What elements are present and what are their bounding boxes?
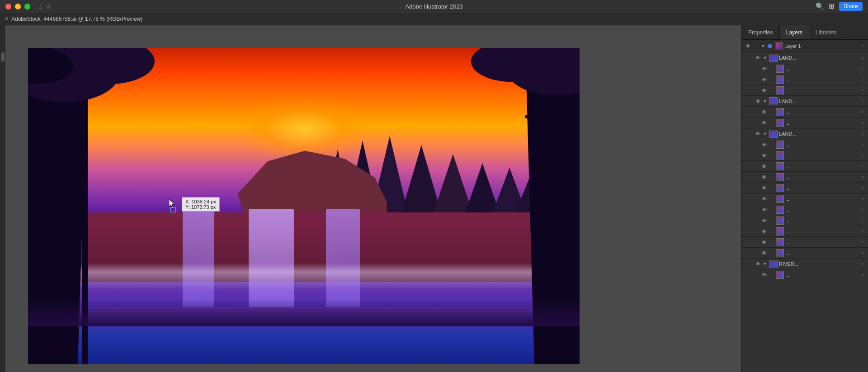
minimize-button[interactable] — [15, 4, 21, 9]
layer-lock-icon[interactable]: ○ — [859, 239, 866, 246]
layer-eye-icon[interactable]: 👁 — [754, 54, 762, 62]
home-icon[interactable]: ⌂ — [38, 3, 42, 10]
layer-eye-icon[interactable]: 👁 — [760, 75, 768, 84]
layer-name-text: ... — [785, 207, 859, 212]
layer-lock-icon[interactable]: ○ — [859, 54, 866, 61]
titlebar: ⌂ ☆ Adobe Illustrator 2023 🔍 ⊞ Share — [0, 0, 868, 13]
layer-lock-icon[interactable]: ○ — [859, 108, 866, 116]
layer-eye-icon[interactable]: 👁 — [760, 217, 768, 225]
layer-item-1[interactable]: 👁▼LAND...○ — [742, 52, 868, 63]
layer1-lock-icon[interactable]: ○ — [859, 42, 866, 50]
layer-item-21[interactable]: 👁...○ — [742, 269, 868, 280]
vscroll-thumb[interactable] — [1, 52, 5, 61]
layer-name-text: ... — [785, 142, 859, 147]
layer-eye-icon[interactable]: 👁 — [760, 271, 768, 279]
layer1-thumbnail — [775, 42, 783, 50]
layer-lock-icon[interactable]: ○ — [859, 228, 866, 235]
layer-item-18[interactable]: 👁...○ — [742, 237, 868, 248]
layer-item-10[interactable]: 👁...○ — [742, 150, 868, 161]
layer-expand-icon[interactable]: ▼ — [762, 261, 768, 267]
layer-item-14[interactable]: 👁...○ — [742, 193, 868, 204]
layer-item-4[interactable]: 👁...○ — [742, 85, 868, 96]
layer-item-3[interactable]: 👁...○ — [742, 74, 868, 85]
layer-lock-icon[interactable]: ○ — [859, 98, 866, 105]
layer-eye-icon[interactable]: 👁 — [754, 130, 762, 138]
layer-item-17[interactable]: 👁...○ — [742, 226, 868, 237]
layer-lock-icon[interactable]: ○ — [859, 163, 866, 170]
layer-item-6[interactable]: 👁...○ — [742, 107, 868, 118]
layer-item-16[interactable]: 👁...○ — [742, 215, 868, 226]
layer-lock-icon[interactable]: ○ — [859, 184, 866, 192]
layer-eye-icon[interactable]: 👁 — [760, 108, 768, 116]
layer-eye-icon[interactable]: 👁 — [760, 238, 768, 246]
layer-chevron-area: ▼ — [762, 55, 768, 61]
layer-name-text: ... — [785, 153, 859, 158]
layer-lock-icon[interactable]: ○ — [859, 271, 866, 278]
layer-lock-icon[interactable]: ○ — [859, 195, 866, 202]
tab-layers[interactable]: Layers — [780, 25, 809, 39]
share-button[interactable]: Share — [839, 2, 863, 11]
layer-eye-icon[interactable]: 👁 — [760, 162, 768, 170]
tab-properties[interactable]: Properties — [742, 25, 780, 39]
layer-chevron-area: ▼ — [762, 98, 768, 104]
layer-lock-icon[interactable]: ○ — [859, 141, 866, 148]
layer-lock-icon[interactable]: ○ — [859, 87, 866, 94]
maximize-button[interactable] — [24, 4, 30, 9]
layer-eye-icon[interactable]: 👁 — [760, 195, 768, 203]
layer-eye-icon[interactable]: 👁 — [760, 119, 768, 127]
layer-lock-icon[interactable]: ○ — [859, 130, 866, 137]
layer-lock-icon[interactable]: ○ — [859, 76, 866, 83]
layer-item-12[interactable]: 👁...○ — [742, 172, 868, 183]
layer-eye-icon[interactable]: 👁 — [760, 65, 768, 73]
tab-libraries[interactable]: Libraries — [809, 25, 843, 39]
layer1-eye-icon[interactable]: 👁 — [744, 42, 752, 50]
canvas-area[interactable]: X: 1038.24 px Y: 1073.73 px — [5, 25, 741, 372]
layer-expand-icon[interactable]: ▼ — [762, 131, 768, 137]
layer-lock-icon[interactable]: ○ — [859, 250, 866, 257]
layer-expand-icon[interactable]: ▼ — [762, 98, 768, 104]
layer-item-2[interactable]: 👁...○ — [742, 63, 868, 74]
vertical-scrollbar[interactable] — [0, 25, 5, 372]
layer-thumbnail — [776, 195, 784, 203]
layer-lock-icon[interactable]: ○ — [859, 217, 866, 224]
layer-item-13[interactable]: 👁...○ — [742, 183, 868, 193]
layer-eye-icon[interactable]: 👁 — [754, 260, 762, 268]
layer-item-5[interactable]: 👁▼LAND...○ — [742, 96, 868, 107]
tabbar: ✕ AdobeStock_444686758.ai @ 17.78 % (RGB… — [0, 13, 868, 25]
layer-item-7[interactable]: 👁...○ — [742, 118, 868, 128]
layer-lock-icon[interactable]: ○ — [859, 119, 866, 127]
layer-eye-icon[interactable]: 👁 — [760, 206, 768, 214]
layers-panel[interactable]: 👁 ▼ Layer 1 ○ 👁▼LAND...○👁...○👁...○👁...○👁… — [742, 40, 868, 372]
layer-eye-icon[interactable]: 👁 — [760, 184, 768, 192]
layer-item-15[interactable]: 👁...○ — [742, 204, 868, 215]
tab-filename[interactable]: AdobeStock_444686758.ai @ 17.78 % (RGB/P… — [11, 16, 142, 22]
grid-icon[interactable]: ⊞ — [829, 2, 835, 10]
layer-item-9[interactable]: 👁...○ — [742, 139, 868, 150]
layer-expand-icon[interactable]: ▼ — [762, 55, 768, 61]
layer-eye-icon[interactable]: 👁 — [760, 86, 768, 94]
layer-lock-icon[interactable]: ○ — [859, 152, 866, 159]
panel-tabs: Properties Layers Libraries — [742, 25, 868, 40]
search-icon[interactable]: 🔍 — [816, 2, 824, 10]
layer-item-11[interactable]: 👁...○ — [742, 161, 868, 172]
layer-item-8[interactable]: 👁▼LAND...○ — [742, 128, 868, 139]
layer1-header[interactable]: 👁 ▼ Layer 1 ○ — [742, 40, 868, 52]
star-icon[interactable]: ☆ — [46, 3, 52, 10]
layer-eye-icon[interactable]: 👁 — [760, 151, 768, 160]
layer-eye-icon[interactable]: 👁 — [760, 141, 768, 149]
layer-lock-icon[interactable]: ○ — [859, 174, 866, 181]
tab-close-icon[interactable]: ✕ — [5, 16, 9, 22]
layer-item-20[interactable]: 👁▼RIVER...○ — [742, 259, 868, 269]
layer-thumbnail — [776, 206, 784, 214]
layer-eye-icon[interactable]: 👁 — [754, 97, 762, 105]
layer-eye-icon[interactable]: 👁 — [760, 227, 768, 235]
close-button[interactable] — [5, 4, 11, 9]
layer-lock-icon[interactable]: ○ — [859, 65, 866, 72]
layer-lock-icon[interactable]: ○ — [859, 206, 866, 213]
layer-lock-icon[interactable]: ○ — [859, 260, 866, 268]
layer-eye-icon[interactable]: 👁 — [760, 249, 768, 257]
layer1-expand-icon[interactable]: ▼ — [760, 43, 766, 49]
layer-name-text: ... — [785, 218, 859, 223]
layer-item-19[interactable]: 👁...○ — [742, 248, 868, 259]
layer-eye-icon[interactable]: 👁 — [760, 173, 768, 181]
